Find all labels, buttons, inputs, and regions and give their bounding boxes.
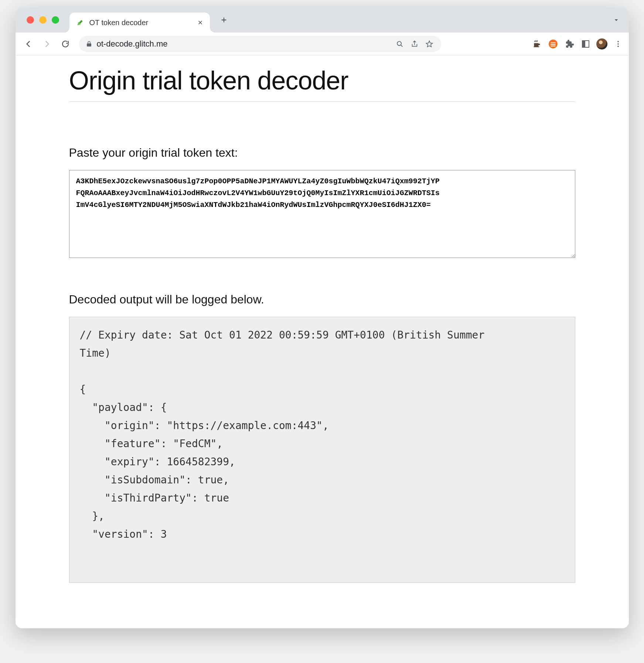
reading-list-icon[interactable] xyxy=(580,38,591,50)
url-text: ot-decode.glitch.me xyxy=(97,39,168,49)
window-controls xyxy=(27,16,59,24)
svg-point-4 xyxy=(617,41,619,42)
extension-coffee-icon[interactable] xyxy=(531,38,542,50)
output-label: Decoded output will be logged below. xyxy=(69,293,575,306)
active-tab[interactable]: OT token decoder xyxy=(69,13,210,33)
paste-label: Paste your origin trial token text: xyxy=(69,146,575,160)
tab-strip: OT token decoder xyxy=(16,7,629,33)
search-icon[interactable] xyxy=(395,40,405,48)
share-icon[interactable] xyxy=(409,40,420,48)
bookmark-icon[interactable] xyxy=(424,40,435,48)
lock-icon xyxy=(86,41,92,47)
page-viewport: Origin trial token decoder Paste your or… xyxy=(16,55,629,628)
kebab-menu-icon[interactable] xyxy=(613,38,624,50)
forward-button[interactable] xyxy=(39,36,55,52)
tab-favicon-icon xyxy=(76,18,84,27)
new-tab-button[interactable] xyxy=(217,13,231,27)
browser-window: OT token decoder ot-decode.glitch.me xyxy=(16,7,629,628)
window-minimize-button[interactable] xyxy=(39,16,47,24)
tab-title: OT token decoder xyxy=(89,18,192,27)
back-button[interactable] xyxy=(21,36,36,52)
extension-orange-icon[interactable] xyxy=(548,38,559,50)
tab-search-button[interactable] xyxy=(609,13,624,27)
tab-close-button[interactable] xyxy=(197,20,203,26)
svg-point-6 xyxy=(617,45,619,47)
token-input[interactable] xyxy=(69,170,575,258)
profile-avatar[interactable] xyxy=(596,38,607,50)
decoded-output: // Expiry date: Sat Oct 01 2022 00:59:59… xyxy=(69,317,575,583)
svg-point-0 xyxy=(397,41,401,45)
address-bar[interactable]: ot-decode.glitch.me xyxy=(79,36,441,52)
reload-button[interactable] xyxy=(58,36,73,52)
toolbar: ot-decode.glitch.me xyxy=(16,33,629,55)
svg-point-5 xyxy=(617,43,619,45)
svg-rect-3 xyxy=(582,41,585,47)
page-title: Origin trial token decoder xyxy=(69,66,575,102)
extensions-icon[interactable] xyxy=(564,38,575,50)
page-content: Origin trial token decoder Paste your or… xyxy=(69,55,575,583)
window-maximize-button[interactable] xyxy=(52,16,59,24)
toolbar-right xyxy=(531,38,624,50)
window-close-button[interactable] xyxy=(27,16,34,24)
